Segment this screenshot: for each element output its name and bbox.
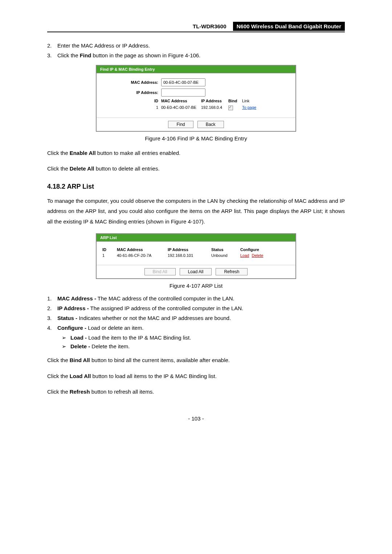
load-all-button[interactable]: Load All: [180, 268, 212, 275]
mac-input[interactable]: [161, 78, 205, 86]
figure-title: ARP List: [97, 234, 295, 242]
col-bind: Bind: [228, 99, 242, 103]
col-configure: Configure: [240, 247, 290, 252]
header-bar: TL-WDR3600 N600 Wireless Dual Band Gigab…: [47, 22, 345, 32]
row-bind: [228, 105, 242, 110]
col-mac: MAC Address: [117, 247, 168, 252]
row-id: 1: [100, 105, 161, 110]
id-header: ID: [100, 99, 161, 103]
list-number: 3.: [47, 315, 57, 321]
row-mac: 00-E0-4C-00-07-BE: [161, 105, 201, 110]
row-ip: 192.168.0.101: [168, 253, 211, 258]
arrow-icon: ➢: [62, 335, 70, 341]
list-text: Configure - Load or delete an item.: [57, 325, 144, 331]
ip-label: IP Address:: [100, 90, 161, 95]
find-button[interactable]: Find: [168, 121, 193, 128]
check-icon: [228, 106, 233, 110]
step-text: Enter the MAC Address or IP Address.: [57, 42, 150, 49]
bind-all-button[interactable]: Bind All: [144, 268, 176, 275]
step-number: 2.: [47, 42, 57, 49]
paragraph: Click the Load All button to load all it…: [47, 371, 345, 382]
col-ip: IP Address: [201, 99, 228, 103]
sublist-text: Load - Load the item to the IP & MAC Bin…: [70, 335, 191, 341]
paragraph: Click the Delete All button to delete al…: [47, 164, 345, 174]
list-number: 2.: [47, 305, 57, 311]
row-ip: 192.168.0.4: [201, 105, 228, 110]
col-mac: MAC Address: [161, 99, 201, 103]
delete-link[interactable]: Delete: [252, 253, 264, 258]
model-label: TL-WDR3600: [190, 22, 229, 30]
to-page-link[interactable]: To page: [242, 105, 256, 110]
paragraph: Click the Refresh button to refresh all …: [47, 387, 345, 397]
refresh-button[interactable]: Refresh: [216, 268, 248, 275]
col-status: Status: [211, 247, 240, 252]
figure-caption: Figure 4-107 ARP List: [47, 283, 345, 289]
sublist-text: Delete - Delete the item.: [70, 343, 130, 350]
load-link[interactable]: Load: [240, 253, 249, 258]
row-mac: 40-61-86-CF-20-7A: [117, 253, 168, 258]
product-label: N600 Wireless Dual Band Gigabit Router: [233, 22, 345, 31]
back-button[interactable]: Back: [197, 121, 224, 128]
list-text: Status - Indicates whether or not the MA…: [57, 315, 231, 321]
row-id: 1: [102, 253, 117, 258]
mac-label: MAC Address:: [100, 80, 161, 85]
list-number: 4.: [47, 325, 57, 331]
col-ip: IP Address: [168, 247, 211, 252]
ip-input[interactable]: [161, 89, 205, 97]
step-text: Click the Find button in the page as sho…: [57, 52, 200, 58]
paragraph: Click the Enable All button to make all …: [47, 148, 345, 159]
section-heading: 4.18.2 ARP List: [47, 183, 345, 190]
row-status: Unbound: [211, 253, 240, 258]
col-id: ID: [102, 247, 117, 252]
figure-caption: Figure 4-106 Find IP & MAC Binding Entry: [47, 135, 345, 141]
list-text: IP Address - The assigned IP address of …: [57, 305, 243, 311]
step-number: 3.: [47, 52, 57, 58]
figure-find-binding: Find IP & MAC Binding Entry MAC Address:…: [96, 65, 296, 132]
section-intro: To manage the computer, you could observ…: [47, 196, 345, 227]
page-number: - 103 -: [47, 415, 345, 422]
paragraph: Click the Bind All button to bind all th…: [47, 355, 345, 366]
list-number: 1.: [47, 295, 57, 301]
figure-title: Find IP & MAC Binding Entry: [97, 66, 295, 73]
figure-arp-list: ARP List ID MAC Address IP Address Statu…: [96, 233, 296, 279]
list-text: MAC Address - The MAC address of the con…: [57, 295, 234, 301]
arrow-icon: ➢: [62, 343, 70, 350]
col-link: Link: [242, 99, 249, 103]
